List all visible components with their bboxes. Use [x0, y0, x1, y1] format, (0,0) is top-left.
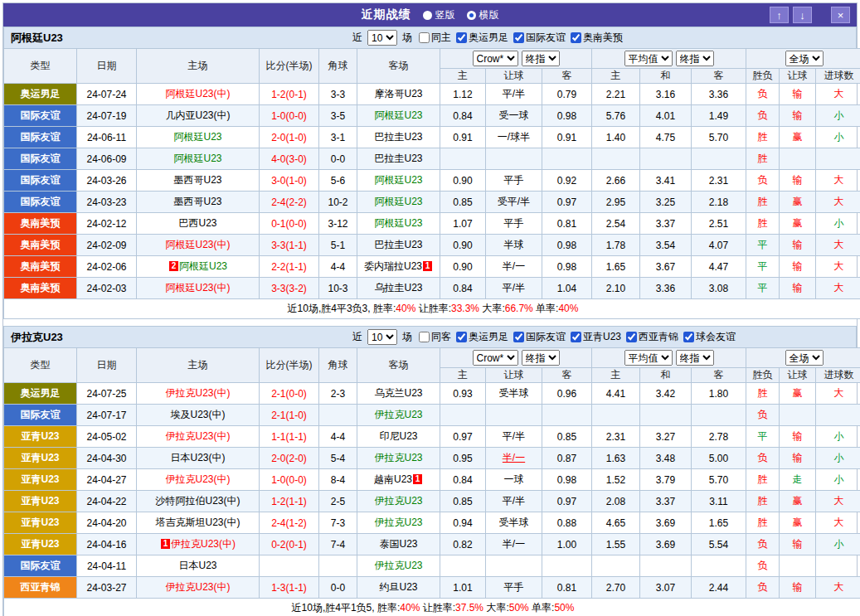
- away-team-name: 巴拉圭U23: [374, 131, 422, 143]
- scope-select[interactable]: 全场: [785, 51, 824, 66]
- asia-stage-select[interactable]: 终指: [522, 51, 560, 66]
- filter-checkbox-同主[interactable]: 同主: [419, 31, 451, 45]
- close-button[interactable]: ×: [831, 7, 850, 23]
- filter-checkbox-国际友谊[interactable]: 国际友谊: [513, 31, 566, 45]
- filter-checkbox-奥运男足[interactable]: 奥运男足: [456, 330, 508, 344]
- filter-checkbox-奥运男足[interactable]: 奥运男足: [456, 31, 508, 45]
- euro-home-odds-cell: [592, 405, 640, 426]
- red-card-badge: 1: [423, 261, 432, 271]
- away-team-name: 阿根廷U23: [374, 217, 422, 229]
- euro-draw-odds-cell: 4.01: [640, 105, 692, 127]
- match-score: 2-0(1-0): [271, 132, 307, 143]
- filter-checkbox-球会友谊[interactable]: 球会友谊: [683, 330, 736, 344]
- result-goals-cell: 大: [816, 577, 860, 599]
- match-date: 24-02-06: [86, 261, 126, 273]
- filter-checkbox-西亚青锦[interactable]: 西亚青锦: [626, 330, 678, 344]
- sub-header-euro-draw: 和: [640, 69, 692, 84]
- checkbox-label: 国际友谊: [526, 31, 566, 45]
- euro-home-odds-cell: 1.78: [592, 235, 640, 256]
- away-team-name: 伊拉克U23: [374, 495, 422, 507]
- euro-avg-select[interactable]: 平均值: [624, 350, 673, 366]
- euro-avg-select[interactable]: 平均值: [624, 51, 673, 66]
- filter-checkbox-奥南美预[interactable]: 奥南美预: [571, 31, 623, 45]
- filter-checkbox-同客[interactable]: 同客: [419, 330, 451, 344]
- home-team-name: 几内亚U23(中): [165, 109, 230, 121]
- match-date: 24-02-09: [86, 240, 126, 251]
- checkbox-input[interactable]: [456, 32, 467, 43]
- asia-home-odds-cell: 0.90: [440, 256, 486, 278]
- scroll-up-button[interactable]: ↑: [770, 7, 789, 23]
- filter-checkbox-亚青U23[interactable]: 亚青U23: [571, 330, 621, 344]
- bookmaker-select[interactable]: Crow*: [473, 51, 518, 66]
- euro-away-odds: 1.65: [709, 517, 728, 529]
- result-wdl-cell: 负: [746, 555, 780, 577]
- euro-home-odds: 1.55: [606, 539, 625, 551]
- checkbox-input[interactable]: [513, 32, 524, 43]
- match-type-label: 国际友谊: [21, 196, 61, 207]
- recent-count-select[interactable]: 10: [367, 329, 397, 345]
- sub-header-asia-away: 客: [542, 69, 592, 84]
- result-goals: 大: [834, 88, 844, 99]
- away-team-cell: 阿根廷U23: [357, 192, 440, 213]
- match-score: 1-0(0-0): [271, 110, 307, 122]
- asia-home-odds-cell: [440, 555, 486, 577]
- recent-count-select[interactable]: 10: [367, 30, 397, 46]
- corner-cell: 4-4: [319, 426, 357, 448]
- result-goals: 大: [834, 196, 844, 207]
- score-cell: 1-0(0-0): [260, 105, 319, 127]
- result-goals-cell: 小: [816, 213, 860, 235]
- euro-home-odds: 2.21: [606, 89, 625, 100]
- col-header-type: 类型: [4, 49, 77, 84]
- result-wdl: 负: [758, 88, 768, 99]
- scope-select[interactable]: 全场: [785, 350, 824, 366]
- asia-away-odds-cell: 0.98: [542, 235, 592, 256]
- asia-handicap-cell: 平/半: [486, 84, 542, 105]
- summary-row: 近10场,胜4平1负5, 胜率:40% 让胜率:37.5% 大率:50% 单率:…: [4, 599, 860, 616]
- summary-prefix: 近10场,胜4平3负3,: [288, 303, 371, 314]
- checkbox-input[interactable]: [571, 32, 581, 43]
- checkbox-input[interactable]: [456, 332, 467, 342]
- checkbox-input[interactable]: [419, 332, 430, 342]
- result-wdl-cell: 胜: [746, 213, 780, 235]
- home-team-name: 塔吉克斯坦U23(中): [155, 517, 240, 528]
- match-date-cell: 24-04-27: [77, 469, 137, 491]
- match-score: 2-4(2-2): [271, 196, 307, 208]
- sub-header-euro-home: 主: [592, 69, 640, 84]
- corner-score: 10-2: [328, 196, 347, 208]
- radio-horizontal-layout[interactable]: 横版: [467, 8, 499, 22]
- checkbox-input[interactable]: [513, 332, 524, 342]
- scroll-down-button[interactable]: ↓: [793, 7, 812, 23]
- corner-cell: 3-3: [319, 84, 357, 105]
- result-goals-cell: 大: [816, 170, 860, 192]
- bookmaker-select[interactable]: Crow*: [473, 350, 518, 366]
- filter-checkbox-国际友谊[interactable]: 国际友谊: [513, 330, 566, 344]
- away-team-cell: 伊拉克U23: [357, 512, 440, 534]
- asia-handicap-cell: 平/半: [486, 426, 542, 448]
- match-row: 国际友谊24-06-09阿根廷U234-0(3-0)0-0巴拉圭U23胜: [4, 148, 860, 170]
- checkbox-label: 奥南美预: [583, 31, 623, 45]
- checkbox-input[interactable]: [626, 332, 637, 342]
- euro-stage-select[interactable]: 终指: [676, 350, 714, 366]
- asia-stage-select[interactable]: 终指: [522, 350, 560, 366]
- euro-draw-odds-cell: 3.69: [640, 534, 692, 555]
- up-arrow-icon: ↑: [776, 9, 782, 22]
- euro-away-odds-cell: 3.08: [692, 278, 746, 299]
- asia-away-odds-cell: [542, 148, 592, 170]
- asia-away-odds-cell: 1.00: [542, 534, 592, 555]
- checkbox-input[interactable]: [683, 332, 694, 342]
- checkbox-input[interactable]: [571, 332, 581, 342]
- result-wdl: 胜: [758, 495, 768, 507]
- result-wdl: 胜: [758, 473, 768, 485]
- result-handicap: 赢: [793, 495, 803, 507]
- result-handicap-cell: [780, 555, 816, 577]
- red-card-badge: 2: [169, 261, 178, 271]
- checkbox-input[interactable]: [419, 32, 430, 43]
- result-wdl: 负: [758, 560, 768, 571]
- radio-vertical-layout[interactable]: 竖版: [423, 8, 455, 22]
- home-team-cell: 伊拉克U23(中): [137, 383, 260, 405]
- match-date: 24-05-02: [86, 431, 126, 443]
- result-goals-cell: 大: [816, 256, 860, 278]
- euro-stage-select[interactable]: 终指: [676, 51, 714, 66]
- euro-home-odds-cell: [592, 555, 640, 577]
- section-argentina-u23: 阿根廷U23 近 10 场 同主奥运男足国际友谊奥南美预 类型 日期 主场 比分…: [3, 27, 857, 319]
